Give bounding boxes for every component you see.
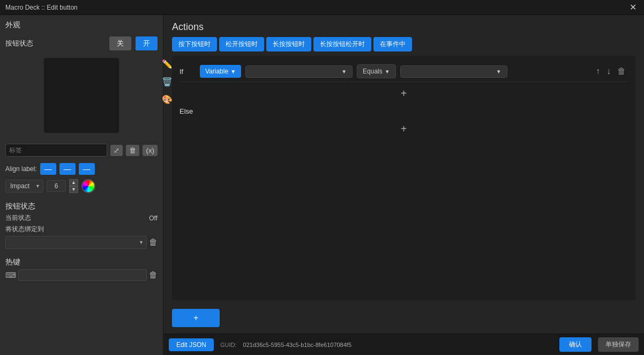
- bottom-bar: Edit JSON GUID: 021d36c5-5955-43c5-b1bc-…: [163, 334, 644, 355]
- expand-label-button[interactable]: ⤢: [110, 145, 123, 156]
- bind-state-select-wrapper: [5, 236, 147, 249]
- if-label: If: [179, 68, 196, 76]
- font-size-down-button[interactable]: ▼: [69, 186, 78, 193]
- bind-state-row: 将状态绑定到: [5, 225, 158, 234]
- actions-title: Actions: [163, 15, 644, 37]
- delete-if-button[interactable]: 🗑: [615, 65, 628, 77]
- label-input[interactable]: [5, 144, 107, 157]
- button-state-row: 按钮状态 关 开: [5, 36, 158, 50]
- font-select[interactable]: Impact: [5, 180, 43, 193]
- else-label: Else: [179, 105, 628, 117]
- equals-dropdown[interactable]: Equals ▼: [357, 64, 396, 78]
- keyboard-icon: ⌨: [5, 271, 16, 279]
- current-state-row: 当前状态 Off: [5, 213, 158, 223]
- icon-area: ✏️ 🗑️ 🎨: [5, 58, 158, 133]
- add-else-action-button[interactable]: +: [179, 122, 628, 136]
- actions-content: If Variable ▼ ▼ Equals ▼ ▼: [172, 56, 635, 300]
- title-bar: Macro Deck :: Edit button ✕: [0, 0, 644, 15]
- move-down-button[interactable]: ↓: [604, 65, 613, 77]
- add-action-row: +: [163, 300, 644, 334]
- font-size-spin: ▲ ▼: [69, 179, 78, 193]
- button-state-label: 按钮状态: [5, 39, 105, 48]
- bind-state-input-row: 🗑: [5, 236, 158, 249]
- hotkey-input-row: ⌨ 🗑: [5, 269, 158, 281]
- label-row: ⤢ 🗑 (x): [5, 144, 158, 157]
- add-action-button[interactable]: +: [172, 309, 220, 327]
- guid-value: 021d36c5-5955-43c5-b1bc-8fe6107084f5: [243, 342, 351, 348]
- hotkey-input[interactable]: [18, 269, 147, 281]
- equals-label: Equals: [363, 68, 383, 75]
- delete-icon-button[interactable]: 🗑️: [161, 76, 174, 88]
- align-row: Align label: — — —: [5, 163, 158, 175]
- palette-icon-button[interactable]: 🎨: [161, 93, 174, 106]
- button-state-section: 按钮状态 当前状态 Off 将状态绑定到 🗑: [5, 202, 158, 249]
- font-row: Impact 6 ▲ ▼: [5, 179, 158, 193]
- appearance-title: 外观: [5, 20, 158, 30]
- variable-value-dropdown[interactable]: ▼: [245, 65, 353, 78]
- icon-tools: ✏️ 🗑️ 🎨: [161, 58, 174, 106]
- color-picker-button[interactable]: [81, 179, 95, 193]
- hotkey-title: 热键: [5, 257, 158, 267]
- edit-json-button[interactable]: Edit JSON: [169, 338, 214, 351]
- toggle-off-button[interactable]: 关: [109, 36, 131, 50]
- tabs-row: 按下按钮时 松开按钮时 长按按钮时 长按按钮松开时 在事件中: [163, 37, 644, 56]
- tab-event-button[interactable]: 在事件中: [373, 37, 412, 51]
- right-panel: Actions 按下按钮时 松开按钮时 长按按钮时 长按按钮松开时 在事件中 I…: [163, 15, 644, 355]
- left-panel: 外观 按钮状态 关 开 ✏️ 🗑️ 🎨 ⤢ 🗑 (x) Align lab: [0, 15, 163, 355]
- guid-label: GUID:: [220, 342, 237, 348]
- variable-value-arrow: ▼: [341, 69, 347, 75]
- font-size-up-button[interactable]: ▲: [69, 179, 78, 186]
- bind-state-select[interactable]: [5, 236, 147, 249]
- move-up-button[interactable]: ↑: [594, 65, 602, 77]
- save-button[interactable]: 单独保存: [598, 337, 639, 352]
- align-left-button[interactable]: —: [40, 163, 56, 175]
- equals-value-arrow: ▼: [496, 69, 501, 75]
- button-state-section-title: 按钮状态: [5, 202, 158, 211]
- hotkey-delete-button[interactable]: 🗑: [149, 270, 158, 280]
- tab-long-press-button[interactable]: 长按按钮时: [266, 37, 311, 51]
- current-state-label: 当前状态: [5, 213, 31, 223]
- variable-dropdown-arrow: ▼: [230, 69, 236, 75]
- add-if-action-button[interactable]: +: [179, 86, 628, 101]
- hotkey-section: 热键 ⌨ 🗑: [5, 257, 158, 281]
- font-select-wrapper: Impact: [5, 180, 43, 193]
- align-center-button[interactable]: —: [59, 163, 76, 175]
- main-layout: 外观 按钮状态 关 开 ✏️ 🗑️ 🎨 ⤢ 🗑 (x) Align lab: [0, 15, 644, 355]
- align-right-button[interactable]: —: [79, 163, 95, 175]
- variable-label-button[interactable]: (x): [143, 145, 158, 156]
- current-state-value: Off: [149, 215, 158, 222]
- font-size-input[interactable]: 6: [47, 180, 66, 192]
- bind-state-label: 将状态绑定到: [5, 225, 44, 234]
- toggle-on-button[interactable]: 开: [136, 36, 158, 50]
- delete-label-button[interactable]: 🗑: [126, 145, 139, 156]
- window-title: Macro Deck :: Edit button: [5, 4, 78, 11]
- tab-release-button[interactable]: 松开按钮时: [219, 37, 264, 51]
- edit-icon-button[interactable]: ✏️: [161, 58, 174, 70]
- tab-press-button[interactable]: 按下按钮时: [172, 37, 217, 51]
- variable-label: Variable: [205, 68, 228, 75]
- if-row: If Variable ▼ ▼ Equals ▼ ▼: [179, 61, 628, 82]
- variable-dropdown[interactable]: Variable ▼: [200, 65, 241, 78]
- confirm-button[interactable]: 确认: [559, 337, 591, 352]
- icon-preview: [44, 58, 119, 133]
- align-label-text: Align label:: [5, 165, 37, 173]
- if-row-actions: ↑ ↓ 🗑: [594, 65, 628, 77]
- equals-arrow: ▼: [385, 69, 390, 75]
- tab-long-release-button[interactable]: 长按按钮松开时: [313, 37, 371, 51]
- close-button[interactable]: ✕: [627, 2, 639, 12]
- equals-value-dropdown[interactable]: ▼: [400, 65, 507, 78]
- bind-state-delete-button[interactable]: 🗑: [149, 238, 158, 247]
